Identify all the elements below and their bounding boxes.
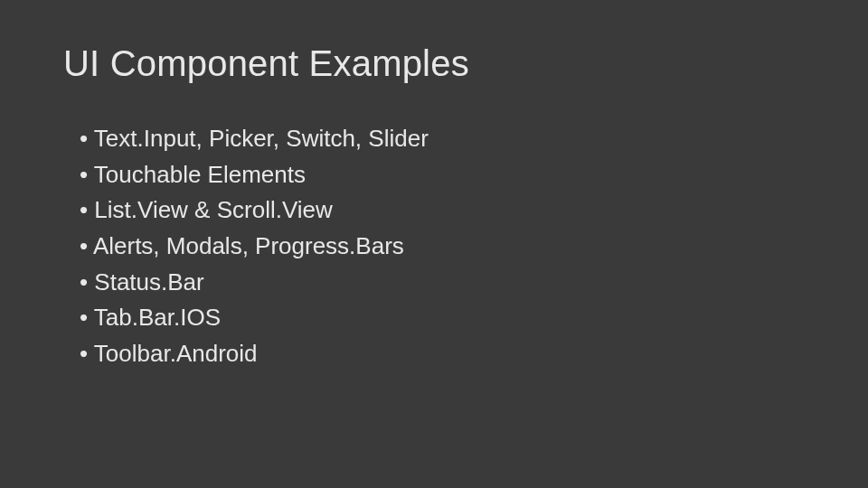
list-item: Tab.Bar.IOS [80,301,805,335]
list-item: Touchable Elements [80,158,805,192]
list-item: Alerts, Modals, Progress.Bars [80,230,805,264]
list-item: List.View & Scroll.View [80,193,805,228]
list-item: Text.Input, Picker, Switch, Slider [80,122,805,156]
bullet-list: Text.Input, Picker, Switch, Slider Touch… [63,122,805,371]
list-item: Toolbar.Android [80,337,805,371]
slide-title: UI Component Examples [63,43,805,84]
list-item: Status.Bar [80,266,805,300]
